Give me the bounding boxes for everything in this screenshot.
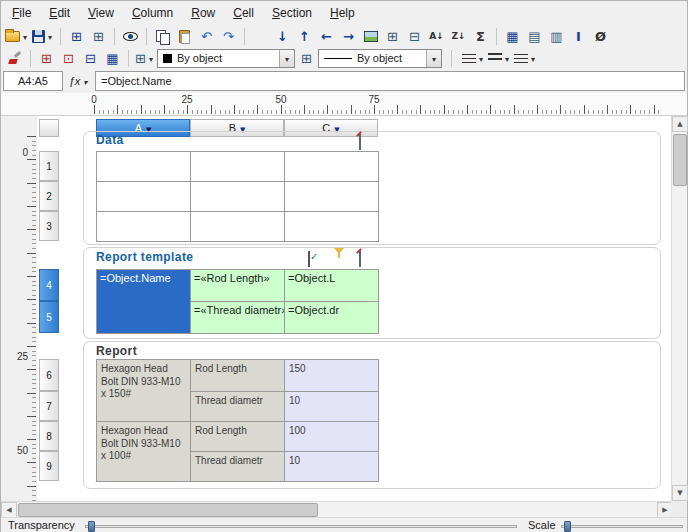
report-object-cell[interactable]: Hexagon Head Bolt DIN 933-M10 x 100# <box>97 422 191 482</box>
move-up-button[interactable]: ↑ <box>294 26 315 46</box>
preview-button[interactable] <box>120 26 141 46</box>
scale-slider[interactable] <box>561 525 683 528</box>
insert-picture-button[interactable] <box>360 26 381 46</box>
report-book2-button[interactable]: ▥ <box>546 26 567 46</box>
borders-none-button[interactable]: ▦ <box>102 48 123 68</box>
move-right-button[interactable]: → <box>338 26 359 46</box>
data-cell-a2[interactable] <box>97 182 191 212</box>
template-cell-rod-value[interactable]: =Object.L <box>285 270 379 302</box>
format-painter-button[interactable] <box>4 48 25 68</box>
data-cell-b1[interactable] <box>191 152 285 182</box>
data-section-settings-button[interactable] <box>359 135 361 149</box>
row-header-9[interactable]: 9 <box>39 451 59 481</box>
row-header-7[interactable]: 7 <box>39 391 59 421</box>
data-source-button[interactable]: ▦ <box>502 26 523 46</box>
row-header-5[interactable]: 5 <box>39 301 59 333</box>
row-header-4[interactable]: 4 <box>39 269 59 301</box>
template-enable-checkbox[interactable] <box>308 252 310 266</box>
paste-button[interactable] <box>174 26 195 46</box>
empty-set-button[interactable]: Ø <box>590 26 611 46</box>
menu-help[interactable]: Help <box>321 3 364 23</box>
move-left-button[interactable]: ← <box>316 26 337 46</box>
table-format-caret-icon[interactable] <box>477 51 485 65</box>
scale-slider-thumb[interactable] <box>564 521 571 532</box>
select-all-corner[interactable] <box>39 119 59 137</box>
borders-inner-button[interactable]: ⊟ <box>80 48 101 68</box>
vertical-scrollbar[interactable] <box>671 116 687 501</box>
menu-cell[interactable]: Cell <box>224 3 263 23</box>
row-height-caret-icon[interactable] <box>503 51 511 65</box>
line-style-combobox[interactable]: By object <box>318 49 442 68</box>
horizontal-scroll-thumb[interactable] <box>18 503 318 517</box>
row-header-2[interactable]: 2 <box>39 181 59 211</box>
sort-descending-button[interactable]: Z↓ <box>448 26 469 46</box>
report-book-button[interactable]: ▤ <box>524 26 545 46</box>
scroll-left-button[interactable] <box>1 502 17 518</box>
row-header-8[interactable]: 8 <box>39 421 59 451</box>
report-value-cell[interactable]: 150 <box>285 360 379 392</box>
save-caret-icon[interactable] <box>46 29 54 43</box>
data-cell-b3[interactable] <box>191 212 285 242</box>
data-cell-b2[interactable] <box>191 182 285 212</box>
grid-button[interactable]: ⊞ <box>296 48 317 68</box>
row-height-dropdown-button[interactable] <box>487 48 512 68</box>
report-value-cell[interactable]: 10 <box>285 452 379 482</box>
move-down-button[interactable]: ↓ <box>272 26 293 46</box>
menu-column[interactable]: Column <box>123 3 182 23</box>
report-label-cell[interactable]: Rod Length <box>191 360 285 392</box>
table-format-dropdown-button[interactable] <box>461 48 486 68</box>
menu-view[interactable]: View <box>79 3 123 23</box>
row-header-6[interactable]: 6 <box>39 359 59 391</box>
line-style-dropdown-button[interactable] <box>426 50 441 67</box>
borders-all-button[interactable]: ⊞ <box>36 48 57 68</box>
report-label-cell[interactable]: Thread diametr <box>191 392 285 422</box>
scroll-down-button[interactable] <box>672 485 688 501</box>
formula-input[interactable]: =Object.Name <box>95 71 685 91</box>
scroll-up-button[interactable] <box>672 116 688 132</box>
borders-outer-button[interactable]: ⊡ <box>58 48 79 68</box>
table-settings-button[interactable]: ⊞ <box>88 26 109 46</box>
data-cell-c3[interactable] <box>285 212 379 242</box>
row-header-1[interactable]: 1 <box>39 151 59 181</box>
horizontal-scrollbar[interactable] <box>1 501 673 517</box>
data-cell-c1[interactable] <box>285 152 379 182</box>
report-object-cell[interactable]: Hexagon Head Bolt DIN 933-M10 x 150# <box>97 360 191 422</box>
data-cell-a1[interactable] <box>97 152 191 182</box>
sort-ascending-button[interactable]: A↓ <box>426 26 447 46</box>
report-label-cell[interactable]: Rod Length <box>191 422 285 452</box>
cell-style-button[interactable]: ⊞ <box>134 48 156 68</box>
data-cell-c2[interactable] <box>285 182 379 212</box>
fill-style-combobox[interactable]: By object <box>157 49 295 68</box>
template-filter-button[interactable] <box>334 254 344 268</box>
template-cell-rod-label[interactable]: =«Rod Length» <box>191 270 285 302</box>
data-cell-a3[interactable] <box>97 212 191 242</box>
template-section-settings-button[interactable] <box>359 252 361 266</box>
sum-button[interactable]: Σ <box>470 26 491 46</box>
open-button[interactable] <box>4 26 30 46</box>
report-value-cell[interactable]: 10 <box>285 392 379 422</box>
template-cell-object-name[interactable]: =Object.Name <box>97 270 191 334</box>
menu-row[interactable]: Row <box>182 3 224 23</box>
report-value-cell[interactable]: 100 <box>285 422 379 452</box>
insert-table-button[interactable]: ⊞ <box>66 26 87 46</box>
transparency-slider[interactable] <box>85 525 517 528</box>
split-cells-button[interactable]: ⊟ <box>404 26 425 46</box>
copy-button[interactable] <box>152 26 173 46</box>
merge-cells-button[interactable]: ⊞ <box>382 26 403 46</box>
transparency-slider-thumb[interactable] <box>88 521 95 532</box>
sheet-canvas[interactable]: A B C 1 2 3 4 5 6 7 8 9 Data Report <box>37 116 673 501</box>
cell-reference-box[interactable]: A4:A5 <box>3 71 63 91</box>
row-header-3[interactable]: 3 <box>39 211 59 241</box>
menu-edit[interactable]: Edit <box>40 3 79 23</box>
fill-style-dropdown-button[interactable] <box>279 50 294 67</box>
cell-style-caret-icon[interactable] <box>147 51 155 65</box>
vertical-scroll-thumb[interactable] <box>673 134 687 186</box>
report-label-cell[interactable]: Thread diametr <box>191 452 285 482</box>
menu-section[interactable]: Section <box>263 3 321 23</box>
save-button[interactable] <box>31 26 55 46</box>
undo-button[interactable]: ↶ <box>196 26 217 46</box>
insert-function-button[interactable]: ƒx <box>65 71 93 91</box>
template-cell-thread-label[interactable]: =«Thread diametr» <box>191 302 285 334</box>
template-cell-thread-value[interactable]: =Object.dr <box>285 302 379 334</box>
open-caret-icon[interactable] <box>21 29 29 43</box>
